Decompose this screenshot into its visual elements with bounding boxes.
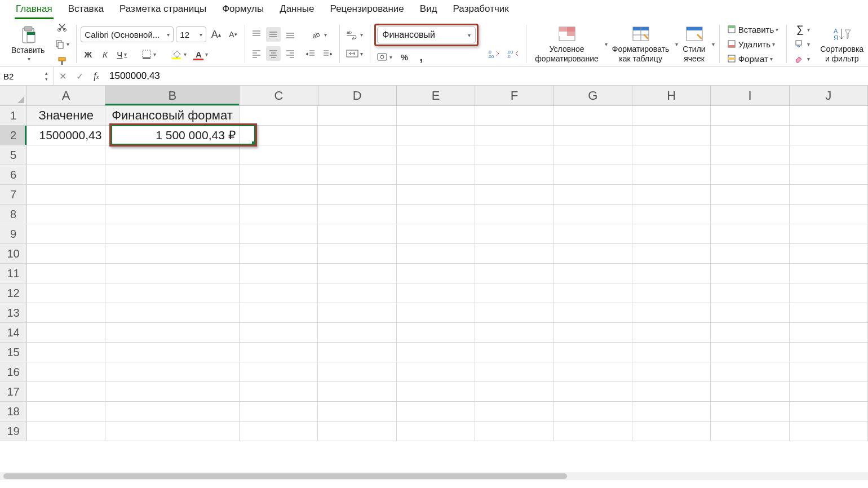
borders-button[interactable] [139,47,158,61]
cell-C12[interactable] [240,283,318,303]
row-header-13[interactable]: 13 [0,303,27,323]
cell-B10[interactable] [105,244,239,264]
cell-A19[interactable] [27,422,105,441]
cell-H8[interactable] [632,205,711,224]
chevron-down-icon[interactable] [710,41,715,47]
cell-E7[interactable] [397,185,475,205]
insert-cells-button[interactable]: Вставить [724,23,782,36]
name-box-input[interactable] [0,72,39,81]
cell-J15[interactable] [790,343,868,362]
h-scroll-thumb[interactable] [3,473,567,479]
name-box-stepper[interactable]: ▴▾ [39,70,53,82]
cell-C11[interactable] [240,264,318,283]
accept-edit-button[interactable]: ✓ [71,71,88,82]
row-header-10[interactable]: 10 [0,244,27,264]
formula-input[interactable] [105,70,868,82]
cell-H13[interactable] [632,303,711,323]
cell-H9[interactable] [632,224,711,244]
cell-I14[interactable] [711,323,789,343]
comma-style-button[interactable]: , [414,50,428,64]
cell-A16[interactable] [27,362,105,382]
cell-G2[interactable] [553,126,632,145]
cell-I18[interactable] [711,402,789,422]
cell-A12[interactable] [27,283,105,303]
cell-J18[interactable] [790,402,868,422]
cell-D1[interactable] [318,106,396,126]
cell-B13[interactable] [105,303,239,323]
increase-decimal-button[interactable]: .0.00 [485,46,502,61]
cell-H2[interactable] [632,126,711,145]
align-left-button[interactable] [249,46,264,61]
cell-G8[interactable] [553,205,632,224]
cell-C5[interactable] [240,145,318,165]
cell-I10[interactable] [711,244,789,264]
cell-C16[interactable] [240,362,318,382]
cell-D2[interactable] [318,126,396,145]
cell-H7[interactable] [632,185,711,205]
cell-H1[interactable] [632,106,711,126]
col-header-J[interactable]: J [790,86,868,106]
cut-button[interactable] [52,20,72,34]
cell-B19[interactable] [105,422,239,441]
cell-H18[interactable] [632,402,711,422]
tab-Формулы[interactable]: Формулы [214,0,272,19]
cell-E9[interactable] [397,224,475,244]
row-header-5[interactable]: 5 [0,145,27,165]
cell-B2[interactable]: 1 500 000,43 ₽ [105,126,239,145]
cell-J11[interactable] [790,264,868,283]
font-color-button[interactable]: А [191,47,210,61]
row-header-7[interactable]: 7 [0,185,27,205]
cell-F8[interactable] [475,205,553,224]
cell-D6[interactable] [318,165,396,185]
cell-I7[interactable] [711,185,789,205]
cell-C18[interactable] [240,402,318,422]
cell-E11[interactable] [397,264,475,283]
cell-F14[interactable] [475,323,553,343]
cell-J2[interactable] [790,126,868,145]
cell-I5[interactable] [711,145,789,165]
cell-D14[interactable] [318,323,396,343]
cell-G13[interactable] [553,303,632,323]
paste-button[interactable]: Вставить [7,24,49,64]
cell-C2[interactable] [240,126,318,145]
cell-E19[interactable] [397,422,475,441]
cell-A9[interactable] [27,224,105,244]
wrap-text-button[interactable]: ab [344,27,365,42]
cell-G15[interactable] [553,343,632,362]
cell-J14[interactable] [790,323,868,343]
cell-B16[interactable] [105,362,239,382]
row-header-8[interactable]: 8 [0,205,27,224]
row-header-9[interactable]: 9 [0,224,27,244]
cell-J6[interactable] [790,165,868,185]
number-format-select[interactable]: Финансовый [377,26,476,43]
cell-A11[interactable] [27,264,105,283]
tab-Вид[interactable]: Вид [412,0,445,19]
cell-G19[interactable] [553,422,632,441]
cell-G11[interactable] [553,264,632,283]
row-header-11[interactable]: 11 [0,264,27,283]
cell-C10[interactable] [240,244,318,264]
cell-G1[interactable] [553,106,632,126]
cell-G12[interactable] [553,283,632,303]
col-header-H[interactable]: H [632,86,711,106]
cell-G10[interactable] [553,244,632,264]
cell-I1[interactable] [711,106,789,126]
col-header-E[interactable]: E [397,86,475,106]
cell-F18[interactable] [475,402,553,422]
cell-G9[interactable] [553,224,632,244]
autosum-button[interactable]: ∑ [791,23,813,36]
cell-B17[interactable] [105,382,239,402]
cell-A17[interactable] [27,382,105,402]
cell-D10[interactable] [318,244,396,264]
cell-B14[interactable] [105,323,239,343]
cell-C19[interactable] [240,422,318,441]
decrease-decimal-button[interactable]: .00.0 [504,46,521,61]
cell-A15[interactable] [27,343,105,362]
cell-I2[interactable] [711,126,789,145]
cell-F16[interactable] [475,362,553,382]
cell-C17[interactable] [240,382,318,402]
cell-I13[interactable] [711,303,789,323]
cell-E2[interactable] [397,126,475,145]
cell-A18[interactable] [27,402,105,422]
cell-G7[interactable] [553,185,632,205]
